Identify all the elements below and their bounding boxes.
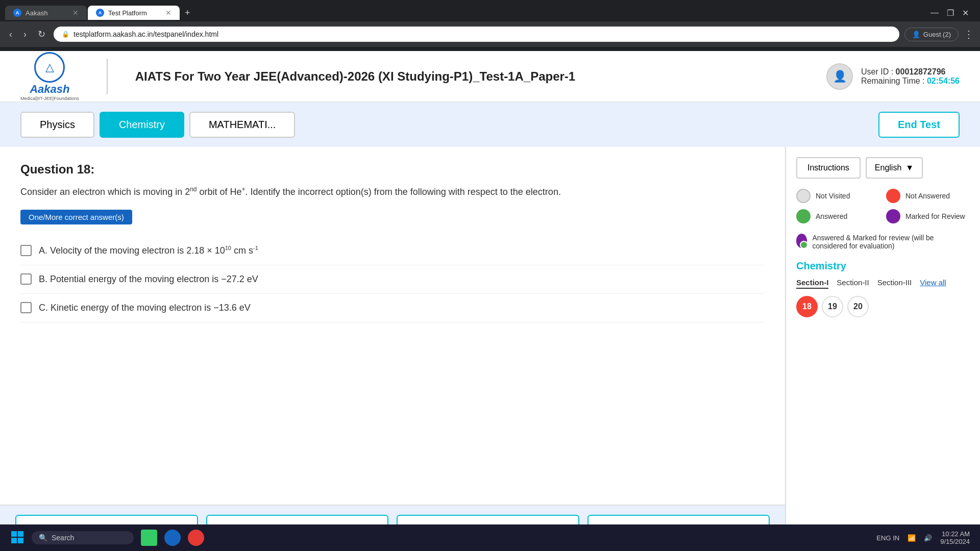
logo-text: Aakash — [30, 83, 69, 96]
tab-close-aakash[interactable]: ✕ — [72, 9, 79, 17]
remaining-label: Remaining Time — [861, 77, 920, 85]
chevron-down-icon: ▼ — [905, 163, 914, 172]
wifi-icon: 📶 — [908, 534, 916, 542]
question-panel: Question 18: Consider an electron which … — [0, 147, 786, 551]
tab-label-platform: Test Platform — [108, 9, 147, 17]
option-c-row: C. Kinetic energy of the moving electron… — [20, 294, 765, 322]
section-III-tab[interactable]: Section-III — [877, 278, 912, 289]
taskbar-chrome-icon[interactable] — [188, 530, 204, 546]
search-icon: 🔍 — [39, 534, 47, 542]
option-b-text: B. Potential energy of the moving electr… — [39, 272, 258, 286]
legend-controls: Instructions English ▼ — [796, 157, 970, 179]
legend-not-answered: Not Answered — [886, 189, 970, 203]
maximize-button[interactable]: ❐ — [947, 8, 954, 18]
start-button[interactable] — [10, 530, 24, 546]
end-test-button[interactable]: End Test — [878, 112, 960, 138]
instructions-button[interactable]: Instructions — [796, 157, 861, 179]
q-num-18[interactable]: 18 — [796, 296, 818, 317]
url-text: testplatform.aakash.ac.in/testpanel/inde… — [74, 30, 218, 38]
svg-rect-3 — [18, 538, 23, 543]
system-clock: 10:22 AM 9/15/2024 — [940, 530, 970, 545]
taskbar-app-icon-1[interactable] — [141, 530, 157, 546]
svg-rect-2 — [11, 538, 17, 543]
user-id-colon: : — [891, 67, 896, 76]
option-c-text: C. Kinetic energy of the moving electron… — [39, 301, 251, 315]
lock-icon: 🔒 — [62, 31, 69, 38]
app-header: △ Aakash Medical|IIT-JEE|Foundations AIA… — [0, 51, 980, 102]
more-options-button[interactable]: ⋮ — [964, 28, 974, 40]
logo-subtitle: Medical|IIT-JEE|Foundations — [20, 96, 79, 101]
close-window-button[interactable]: ✕ — [962, 8, 969, 18]
subject-tabs-bar: Physics Chemistry MATHEMATI... End Test — [0, 102, 980, 147]
taskbar: 🔍 Search ENG IN 📶 🔊 10:22 AM 9/15/2024 — [0, 524, 980, 551]
lang-indicator: ENG IN — [876, 534, 899, 542]
user-id-value: 00012872796 — [896, 67, 946, 76]
question-number: Question 18: — [20, 162, 765, 177]
legend-marked-review: Marked for Review — [886, 209, 970, 223]
legend-grid: Not Visited Not Answered Answered Marked… — [796, 189, 970, 223]
tab-label-aakash: Aakash — [26, 9, 47, 17]
forward-button[interactable]: › — [20, 27, 30, 42]
profile-button[interactable]: 👤 Guest (2) — [904, 28, 959, 41]
section-I-tab[interactable]: Section-I — [796, 278, 828, 289]
taskbar-search[interactable]: 🔍 Search — [32, 531, 134, 544]
aakash-logo: △ Aakash Medical|IIT-JEE|Foundations — [20, 52, 79, 101]
option-a-text: A. Velocity of the moving electron is 2.… — [39, 244, 258, 258]
main-content: Question 18: Consider an electron which … — [0, 147, 980, 551]
question-text: Consider an electron which is moving in … — [20, 185, 765, 199]
user-info: 👤 User ID : 00012872796 Remaining Time :… — [826, 63, 960, 90]
answer-type-badge: One/More correct answer(s) — [20, 210, 132, 224]
tab-test-platform[interactable]: A Test Platform ✕ — [88, 6, 180, 20]
option-c-checkbox[interactable] — [20, 302, 32, 313]
taskbar-right: ENG IN 📶 🔊 10:22 AM 9/15/2024 — [876, 530, 970, 545]
section-tabs: Section-I Section-II Section-III View al… — [796, 278, 970, 289]
tab-chemistry[interactable]: Chemistry — [100, 112, 184, 138]
svg-rect-0 — [11, 531, 17, 537]
legend-not-visited: Not Visited — [796, 189, 880, 203]
q-num-19[interactable]: 19 — [822, 296, 843, 317]
not-visited-dot — [796, 189, 811, 203]
refresh-button[interactable]: ↻ — [35, 27, 48, 42]
answered-review-legend: Answered & Marked for review (will be co… — [796, 234, 970, 250]
avatar: 👤 — [826, 63, 853, 90]
profile-label: Guest (2) — [923, 31, 951, 38]
option-a-checkbox[interactable] — [20, 245, 32, 256]
back-button[interactable]: ‹ — [6, 27, 15, 42]
q-num-20[interactable]: 20 — [847, 296, 869, 317]
option-b-row: B. Potential energy of the moving electr… — [20, 265, 765, 294]
section-title: Chemistry — [796, 260, 970, 272]
svg-rect-1 — [18, 531, 23, 537]
language-select[interactable]: English ▼ — [866, 157, 923, 179]
volume-icon: 🔊 — [924, 534, 932, 542]
right-panel: Instructions English ▼ Not Visited Not A… — [786, 147, 980, 551]
answered-review-dot — [796, 234, 807, 248]
new-tab-button[interactable]: + — [181, 6, 194, 20]
section-II-tab[interactable]: Section-II — [837, 278, 869, 289]
legend-answered: Answered — [796, 209, 880, 223]
marked-review-dot — [886, 209, 900, 223]
url-bar[interactable]: 🔒 testplatform.aakash.ac.in/testpanel/in… — [54, 27, 899, 42]
user-details: User ID : 00012872796 Remaining Time : 0… — [861, 67, 960, 86]
clock-date: 9/15/2024 — [940, 538, 970, 545]
question-numbers-grid: 18 19 20 — [796, 296, 970, 317]
windows-icon — [10, 530, 24, 544]
minimize-button[interactable]: — — [930, 8, 939, 18]
taskbar-browser-icon[interactable] — [164, 530, 181, 546]
tab-aakash[interactable]: A Aakash ✕ — [5, 6, 87, 20]
logo-divider — [107, 59, 108, 94]
profile-icon: 👤 — [912, 31, 920, 38]
tab-physics[interactable]: Physics — [20, 112, 94, 138]
remaining-colon: : — [922, 77, 927, 85]
search-label: Search — [52, 534, 74, 542]
tab-favicon-aakash: A — [13, 9, 21, 17]
answered-dot — [796, 209, 811, 223]
option-b-checkbox[interactable] — [20, 273, 32, 285]
view-all-tab[interactable]: View all — [920, 278, 946, 289]
tab-close-platform[interactable]: ✕ — [165, 9, 172, 17]
tab-favicon-platform: A — [96, 9, 104, 17]
tab-math[interactable]: MATHEMATI... — [189, 112, 295, 138]
option-a-row: A. Velocity of the moving electron is 2.… — [20, 237, 765, 265]
remaining-time: 02:54:56 — [927, 77, 960, 85]
not-answered-dot — [886, 189, 900, 203]
exam-title: AIATS For Two Year JEE(Advanced)-2026 (X… — [135, 69, 811, 84]
